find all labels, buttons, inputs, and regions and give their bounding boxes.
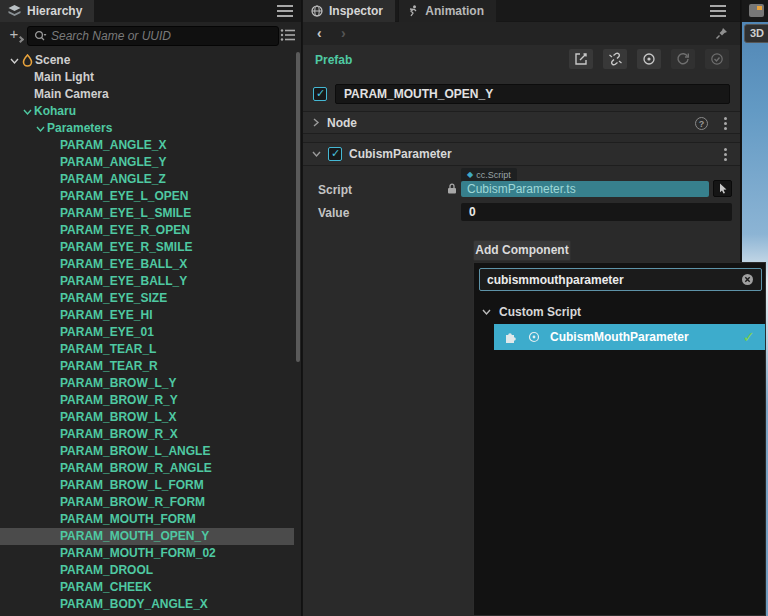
tree-item-param-brow-r-angle[interactable]: PARAM_BROW_R_ANGLE xyxy=(0,460,301,477)
tree-item-param-brow-r-form[interactable]: PARAM_BROW_R_FORM xyxy=(0,494,301,511)
tree-item-param-angle-x[interactable]: PARAM_ANGLE_X xyxy=(0,137,301,154)
tree-item-param-cheek[interactable]: PARAM_CHEEK xyxy=(0,579,301,596)
tree-item-param-eye-01[interactable]: PARAM_EYE_01 xyxy=(0,324,301,341)
component-dropdown: cubismmouthparameter Custom Script Cubis… xyxy=(473,262,766,616)
tree-item-param-eye-ball-y[interactable]: PARAM_EYE_BALL_Y xyxy=(0,273,301,290)
tree-item-label: PARAM_BROW_R_Y xyxy=(60,392,178,409)
tree-item-param-angle-y[interactable]: PARAM_ANGLE_Y xyxy=(0,154,301,171)
prefab-label: Prefab xyxy=(315,53,352,67)
tab-animation[interactable]: Animation xyxy=(398,0,496,22)
hierarchy-scrollbar[interactable] xyxy=(296,52,300,362)
tree-item-param-tear-r[interactable]: PARAM_TEAR_R xyxy=(0,358,301,375)
tree-item-param-brow-l-x[interactable]: PARAM_BROW_L_X xyxy=(0,409,301,426)
inspector-menu-icon[interactable] xyxy=(710,5,726,17)
chevron-down-icon[interactable] xyxy=(34,125,47,133)
tree-item-param-eye-size[interactable]: PARAM_EYE_SIZE xyxy=(0,290,301,307)
unlink-prefab-button[interactable] xyxy=(603,49,627,69)
apply-prefab-button[interactable] xyxy=(705,49,729,69)
tree-item-param-brow-l-form[interactable]: PARAM_BROW_L_FORM xyxy=(0,477,301,494)
component-enabled-checkbox[interactable] xyxy=(328,147,342,161)
tree-item-param-brow-l-y[interactable]: PARAM_BROW_L_Y xyxy=(0,375,301,392)
node-section-header[interactable]: Node ? xyxy=(303,111,740,134)
chevron-right-icon xyxy=(312,118,320,127)
tree-item-koharu[interactable]: Koharu xyxy=(0,103,301,120)
component-result-label: CubismMouthParameter xyxy=(550,330,689,344)
hierarchy-menu-icon[interactable] xyxy=(277,5,293,17)
tree-item-main light[interactable]: Main Light xyxy=(0,69,301,86)
revert-prefab-button[interactable] xyxy=(671,49,695,69)
tree-item-param-mouth-form-02[interactable]: PARAM_MOUTH_FORM_02 xyxy=(0,545,301,562)
tree-item-scene[interactable]: Scene xyxy=(0,52,301,69)
inspector-icon xyxy=(311,5,323,17)
history-back-icon[interactable]: ‹ xyxy=(317,25,322,41)
edit-prefab-button[interactable] xyxy=(569,49,593,69)
tree-item-param-brow-r-x[interactable]: PARAM_BROW_R_X xyxy=(0,426,301,443)
tree-item-param-brow-l-angle[interactable]: PARAM_BROW_L_ANGLE xyxy=(0,443,301,460)
tree-item-label: PARAM_EYE_L_OPEN xyxy=(60,188,188,205)
tree-item-param-body-angle-x[interactable]: PARAM_BODY_ANGLE_X xyxy=(0,596,301,613)
node-menu-icon[interactable] xyxy=(724,115,728,132)
help-icon[interactable]: ? xyxy=(695,117,708,130)
view-mode-3d-button[interactable]: 3D xyxy=(744,24,768,43)
custom-script-group[interactable]: Custom Script xyxy=(482,305,581,319)
tree-item-label: PARAM_ANGLE_Y xyxy=(60,154,166,171)
scene-tab-icon[interactable] xyxy=(749,4,764,17)
pin-icon[interactable] xyxy=(715,27,728,40)
chevron-down-icon[interactable] xyxy=(21,108,34,116)
tab-hierarchy[interactable]: Hierarchy xyxy=(0,0,94,22)
tab-inspector[interactable]: Inspector xyxy=(303,0,395,22)
component-result-item[interactable]: CubismMouthParameter ✓ xyxy=(494,324,765,350)
tree-item-label: PARAM_BROW_L_FORM xyxy=(60,477,204,494)
cursor-icon xyxy=(718,183,728,194)
tree-item-param-eye-hi[interactable]: PARAM_EYE_HI xyxy=(0,307,301,324)
tree-item-label: PARAM_EYE_BALL_Y xyxy=(60,273,187,290)
add-component-button[interactable]: Add Component xyxy=(473,240,571,261)
tree-item-label: PARAM_EYE_SIZE xyxy=(60,290,167,307)
tree-item-label: Main Camera xyxy=(34,86,109,103)
tree-item-param-eye-r-open[interactable]: PARAM_EYE_R_OPEN xyxy=(0,222,301,239)
node-name-input[interactable]: PARAM_MOUTH_OPEN_Y xyxy=(335,84,730,104)
tree-item-label: PARAM_EYE_L_SMILE xyxy=(60,205,191,222)
create-node-button[interactable]: + xyxy=(5,26,23,44)
component-section-header[interactable]: CubismParameter xyxy=(303,142,740,166)
tree-item-param-brow-r-y[interactable]: PARAM_BROW_R_Y xyxy=(0,392,301,409)
component-menu-icon[interactable] xyxy=(724,146,728,163)
script-puzzle-icon xyxy=(504,330,518,344)
expand-list-icon[interactable] xyxy=(280,28,296,42)
locate-component-icon[interactable] xyxy=(528,331,540,343)
history-forward-icon[interactable]: › xyxy=(341,25,346,41)
tree-item-param-eye-l-smile[interactable]: PARAM_EYE_L_SMILE xyxy=(0,205,301,222)
tree-item-param-eye-r-smile[interactable]: PARAM_EYE_R_SMILE xyxy=(0,239,301,256)
tree-item-label: Koharu xyxy=(34,103,76,120)
scene-icon xyxy=(21,54,35,67)
prefab-buttons xyxy=(569,49,729,69)
inspector-tabbar: Inspector Animation xyxy=(303,0,740,22)
tree-item-param-mouth-form[interactable]: PARAM_MOUTH_FORM xyxy=(0,511,301,528)
script-asset-field[interactable]: CubismParameter.ts xyxy=(461,181,709,197)
tree-item-parameters[interactable]: Parameters xyxy=(0,120,301,137)
locate-script-button[interactable] xyxy=(713,180,732,197)
tree-item-param-tear-l[interactable]: PARAM_TEAR_L xyxy=(0,341,301,358)
hierarchy-search-input[interactable]: Search Name or UUID xyxy=(27,26,279,46)
component-section-label: CubismParameter xyxy=(349,147,452,161)
clear-search-icon[interactable] xyxy=(741,273,754,286)
value-input[interactable]: 0 xyxy=(461,203,732,221)
locate-prefab-button[interactable] xyxy=(637,49,661,69)
tree-item-label: PARAM_TEAR_R xyxy=(60,358,158,375)
tree-item-label: PARAM_EYE_R_OPEN xyxy=(60,222,190,239)
layers-icon xyxy=(8,5,21,17)
component-search-input[interactable]: cubismmouthparameter xyxy=(479,268,762,291)
tree-item-param-eye-ball-x[interactable]: PARAM_EYE_BALL_X xyxy=(0,256,301,273)
chevron-down-icon[interactable] xyxy=(8,57,21,65)
tree-item-label: PARAM_TEAR_L xyxy=(60,341,156,358)
tree-item-main camera[interactable]: Main Camera xyxy=(0,86,301,103)
tree-item-label: PARAM_BROW_R_X xyxy=(60,426,178,443)
node-active-checkbox[interactable] xyxy=(313,87,327,101)
tree-item-param-drool[interactable]: PARAM_DROOL xyxy=(0,562,301,579)
tree-item-param-mouth-open-y[interactable]: PARAM_MOUTH_OPEN_Y xyxy=(0,528,294,545)
hierarchy-tree: SceneMain LightMain CameraKoharuParamete… xyxy=(0,52,301,616)
cc-script-diamond-icon: ◆ xyxy=(467,170,473,179)
tree-item-param-angle-z[interactable]: PARAM_ANGLE_Z xyxy=(0,171,301,188)
tree-item-param-eye-l-open[interactable]: PARAM_EYE_L_OPEN xyxy=(0,188,301,205)
tree-item-label: PARAM_MOUTH_FORM_02 xyxy=(60,545,216,562)
